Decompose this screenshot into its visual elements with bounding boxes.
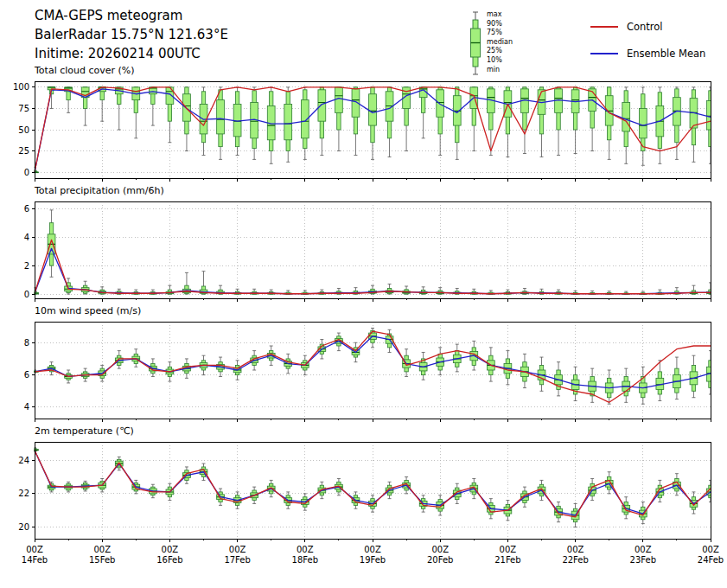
init-time: Initime: 20260214 00UTC <box>35 45 228 64</box>
wind-speed-plot: 468 <box>0 317 727 425</box>
svg-text:00Z: 00Z <box>229 545 246 554</box>
svg-text:23Feb: 23Feb <box>630 555 656 565</box>
cloud-cover-plot: 0255075100 <box>0 77 727 184</box>
svg-text:16Feb: 16Feb <box>156 555 182 565</box>
legend-ensemble-label: Ensemble Mean <box>627 48 705 60</box>
wind-speed-title: 10m wind speed (m/s) <box>0 304 727 317</box>
panels-container: Total cloud cover (%) 0255075100 Total p… <box>0 64 727 567</box>
svg-text:4: 4 <box>24 402 29 412</box>
svg-text:100: 100 <box>13 82 29 92</box>
station-location: BalerRadar 15.75°N 121.63°E <box>35 26 228 45</box>
cloud-cover-title: Total cloud cover (%) <box>0 64 727 77</box>
svg-text:17Feb: 17Feb <box>224 555 250 565</box>
panel-temperature: 2m temperature (℃) 20222400Z14Feb00Z15Fe… <box>0 425 727 567</box>
precipitation-title: Total precipitation (mm/6h) <box>0 184 727 197</box>
panel-total-precipitation: Total precipitation (mm/6h) 0246 <box>0 184 727 304</box>
svg-text:00Z: 00Z <box>431 545 449 554</box>
header: CMA-GEPS meteogram BalerRadar 15.75°N 12… <box>35 7 228 63</box>
svg-text:75: 75 <box>18 104 29 113</box>
legend-box-label-75: 75% <box>487 29 513 38</box>
legend-box-label-max: max <box>487 10 513 20</box>
chart-title: CMA-GEPS meteogram <box>35 7 228 26</box>
legend-box-label-25: 25% <box>487 47 513 56</box>
legend-control-row: Control <box>590 19 705 35</box>
svg-text:0: 0 <box>24 290 29 299</box>
svg-text:4: 4 <box>24 233 29 242</box>
legend-ensemble-row: Ensemble Mean <box>590 46 705 61</box>
svg-text:00Z: 00Z <box>93 545 111 554</box>
temperature-plot: 20222400Z14Feb00Z15Feb00Z16Feb00Z17Feb00… <box>0 438 727 567</box>
svg-text:00Z: 00Z <box>702 545 719 554</box>
svg-text:6: 6 <box>24 370 29 380</box>
svg-text:00Z: 00Z <box>162 545 179 554</box>
svg-text:20Feb: 20Feb <box>427 555 453 565</box>
svg-text:00Z: 00Z <box>297 545 314 554</box>
svg-text:00Z: 00Z <box>26 545 43 554</box>
svg-text:00Z: 00Z <box>364 545 381 554</box>
svg-text:6: 6 <box>24 204 29 214</box>
panel-total-cloud-cover: Total cloud cover (%) 0255075100 <box>0 64 727 184</box>
svg-text:14Feb: 14Feb <box>22 555 48 565</box>
svg-text:0: 0 <box>24 168 29 177</box>
svg-text:24: 24 <box>18 456 29 465</box>
precipitation-plot: 0246 <box>0 197 727 304</box>
legend-box-label-median: median <box>487 38 513 48</box>
panel-wind-speed: 10m wind speed (m/s) 468 <box>0 304 727 425</box>
svg-text:00Z: 00Z <box>500 545 517 554</box>
svg-text:24Feb: 24Feb <box>698 555 724 565</box>
svg-text:21Feb: 21Feb <box>494 555 520 565</box>
temperature-title: 2m temperature (℃) <box>0 425 727 438</box>
svg-text:20: 20 <box>18 522 29 532</box>
svg-text:18Feb: 18Feb <box>292 555 318 565</box>
svg-text:2: 2 <box>24 261 29 271</box>
svg-text:50: 50 <box>18 125 29 135</box>
svg-text:15Feb: 15Feb <box>89 555 115 565</box>
svg-text:22Feb: 22Feb <box>562 555 588 565</box>
svg-text:00Z: 00Z <box>635 545 652 554</box>
svg-text:22: 22 <box>18 489 29 498</box>
legend-control-label: Control <box>627 21 663 33</box>
ensemble-line-swatch <box>590 53 618 54</box>
svg-text:8: 8 <box>24 338 29 348</box>
svg-text:25: 25 <box>18 146 29 156</box>
meteogram-page: CMA-GEPS meteogram BalerRadar 15.75°N 12… <box>0 0 727 588</box>
control-line-swatch <box>590 26 618 28</box>
svg-text:00Z: 00Z <box>567 545 584 554</box>
legend-box-label-90: 90% <box>487 20 513 29</box>
svg-text:19Feb: 19Feb <box>360 555 386 565</box>
